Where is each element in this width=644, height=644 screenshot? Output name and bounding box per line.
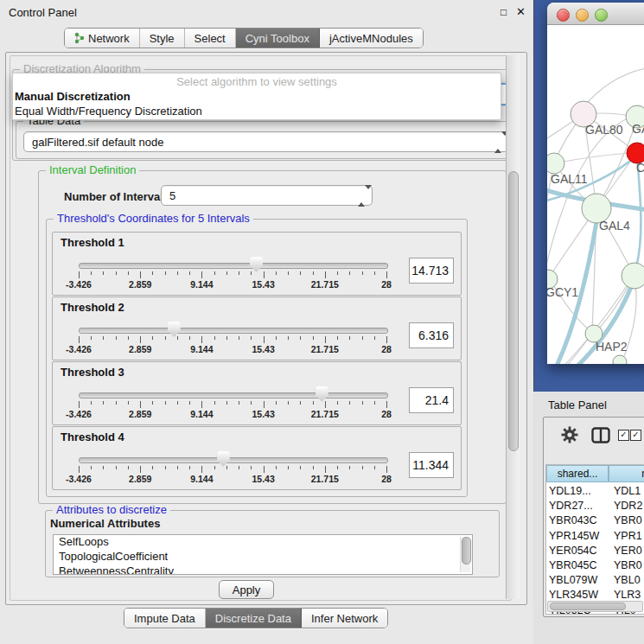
slider-tick [264,271,265,278]
interval-definition-group: Interval Definition Number of Intervals … [38,170,507,504]
table-cell[interactable]: YBR0 [614,559,642,574]
number-of-intervals-label: Number of Intervals [64,190,169,203]
slider-thumb[interactable] [250,257,263,272]
minimize-traffic-light-icon[interactable] [576,9,589,22]
slider-tick [251,466,252,469]
table-data-combobox[interactable]: galFiltered.sif default node [23,131,509,152]
combobox-stepper-icon[interactable] [358,189,366,201]
slider-track[interactable] [79,457,388,463]
network-window-titlebar[interactable] [547,3,644,25]
threshold-value-field[interactable]: 21.4 [409,387,454,413]
slider-tick [91,336,92,340]
attributes-group: Attributes to discretize Numerical Attri… [45,510,500,577]
slider-tick [91,401,92,405]
control-panel: Control Panel □ ✕ NetworkStyleSelectCyni… [0,0,533,644]
slider-tick [325,336,326,343]
slider-track[interactable] [79,392,388,399]
tick-label: 28 [381,474,392,484]
tab-jactivemnodules[interactable]: jActiveMNodules [320,29,423,48]
threshold-value-field[interactable]: 6.316 [409,322,454,348]
table-cell[interactable]: YBR043C [549,514,597,529]
list-scrollbar-thumb[interactable] [462,537,471,564]
slider-tick [349,336,350,340]
slider-tick [349,466,350,469]
attribute-list-item[interactable]: TopologicalCoefficient [54,550,472,564]
attribute-list-item[interactable]: BetweennessCentrality [54,564,472,575]
slider-thumb[interactable] [316,386,328,402]
tab-discretize-data[interactable]: Discretize Data [206,609,302,628]
network-canvas[interactable]: GAL80GACGAL11GAL4GCY1HHAP2 [547,25,644,364]
numerical-attributes-list[interactable]: SelfLoopsTopologicalCoefficientBetweenne… [53,534,473,575]
slider-tick [300,271,301,275]
slider-tick [276,336,277,340]
tab-cyni-toolbox[interactable]: Cyni Toolbox [236,29,320,48]
column-header-2[interactable]: na [609,465,644,482]
table-cell[interactable]: YDL1 [614,485,641,500]
split-column-icon[interactable] [591,427,610,443]
tab-style[interactable]: Style [140,29,185,48]
table-cell[interactable]: YER054C [549,545,597,559]
tab-select[interactable]: Select [185,29,236,48]
list-scrollbar[interactable] [460,537,470,572]
table-cell[interactable]: YPR145W [549,530,599,545]
algorithm-popup-item[interactable]: Manual Discretization [13,90,501,105]
apply-button[interactable]: Apply [219,580,274,599]
network-node-label: GAL4 [599,219,630,233]
table-cell[interactable]: YDR27... [549,500,593,514]
slider-tick [288,336,289,340]
table-horizontal-scrollbar[interactable] [547,601,643,612]
slider-track[interactable] [79,263,388,269]
number-of-intervals-combobox[interactable]: 5 [161,185,373,206]
network-node-gal11[interactable] [547,153,564,174]
apply-button-label: Apply [233,583,261,596]
application-window: Control Panel □ ✕ NetworkStyleSelectCyni… [0,0,644,644]
slider-tick [214,466,215,469]
tick-label: -3.426 [66,344,92,354]
zoom-traffic-light-icon[interactable] [595,9,608,22]
algorithm-popup-item[interactable]: Equal Width/Frequency Discretization [13,105,501,119]
close-icon[interactable]: ✕ [516,5,526,18]
panel-scrollbar[interactable] [506,55,520,599]
threshold-value-field[interactable]: 11.344 [409,452,454,478]
slider-tick [362,401,363,405]
tab-network[interactable]: Network [65,29,140,48]
table-cell[interactable]: YBL079W [549,574,597,589]
threshold-value-field[interactable]: 14.713 [409,258,454,284]
float-window-icon[interactable]: □ [501,6,507,18]
close-traffic-light-icon[interactable] [557,9,570,22]
slider-tick [116,466,117,469]
slider-tick [386,271,387,278]
table-cell[interactable]: YBL0 [614,574,641,589]
table-cell[interactable]: YPR1 [614,530,642,545]
checked-box-icon[interactable]: ✓ [618,430,629,441]
slider-thumb[interactable] [217,451,230,467]
table-horizontal-scrollbar-thumb[interactable] [550,603,626,610]
table-cell[interactable]: YDR2 [614,500,642,514]
slider-tick [337,271,338,275]
tab-infer-network[interactable]: Infer Network [302,609,387,628]
slider-tick [79,401,80,408]
column-header-1[interactable]: shared... [546,465,609,482]
gear-icon[interactable] [561,426,578,443]
slider-tick [288,466,289,469]
table-cell[interactable]: YBR045C [549,559,597,574]
slider-tick [276,466,277,469]
table-cell[interactable]: YER0 [614,545,642,559]
network-node-label: C [636,161,644,175]
slider-thumb[interactable] [168,322,181,337]
attribute-list-item[interactable]: SelfLoops [54,535,472,550]
slider-tick [116,336,117,340]
panel-scrollbar-thumb[interactable] [508,171,519,451]
tab-impute-data[interactable]: Impute Data [124,609,206,628]
table-cell[interactable]: YBR0 [614,514,642,529]
slider-tick [362,336,363,340]
network-node-h[interactable] [622,263,644,289]
table-cell[interactable]: YDL19... [549,485,591,500]
tick-label: 9.144 [190,279,213,290]
checked-box-icon[interactable]: ✓ [630,430,641,441]
node-table[interactable]: shared...na YDL19...YDL1YDR27...YDR2YBR0… [545,464,644,615]
slider-tick [264,466,265,473]
slider-tick [103,336,104,340]
combobox-stepper-icon[interactable] [494,136,502,148]
slider-track[interactable] [79,328,388,334]
